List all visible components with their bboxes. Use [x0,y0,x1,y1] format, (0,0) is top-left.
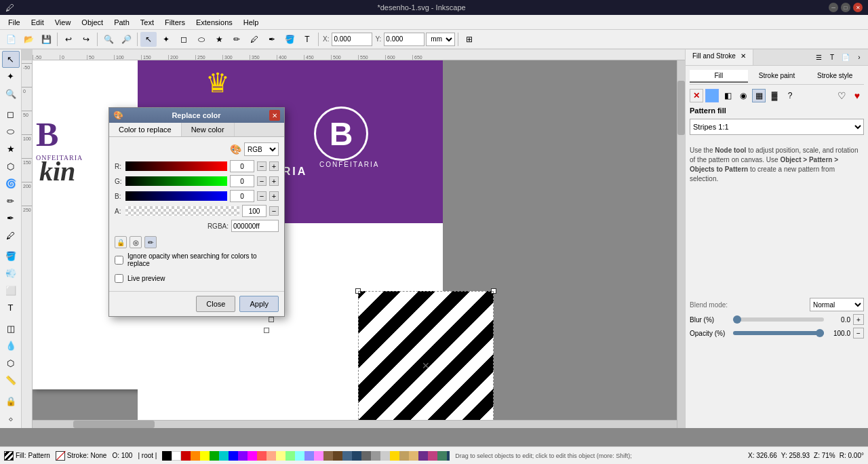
pal-teal[interactable] [437,451,447,461]
channel-a-value[interactable] [242,205,267,217]
undo-btn[interactable]: ↩ [60,32,77,47]
menu-path[interactable]: Path [108,17,135,28]
panel-list-btn[interactable]: ☰ [812,52,825,64]
panel-expand-btn[interactable]: T [826,52,838,64]
live-preview-checkbox[interactable] [115,274,123,283]
pal-orange[interactable] [191,451,200,461]
dialog-close-icon-btn[interactable]: ✕ [269,110,280,121]
channel-b-value[interactable] [230,190,254,202]
tool-pencil[interactable]: ✒ [2,210,20,227]
maximize-button[interactable]: □ [841,3,850,12]
pal-darknavy[interactable] [352,451,361,461]
pen-btn[interactable]: ✏ [229,32,245,47]
blend-select[interactable]: Normal [810,298,864,311]
redo-btn[interactable]: ↪ [78,32,94,47]
tool-connector[interactable]: ⬡ [2,355,20,372]
ignore-opacity-checkbox[interactable] [115,256,123,265]
pal-tan[interactable] [399,451,409,461]
paint-pattern-icon[interactable]: ▦ [752,89,766,102]
save-btn[interactable]: 💾 [38,32,54,47]
tool-measure[interactable]: 📏 [2,372,20,389]
rect-btn[interactable]: ◻ [176,32,192,47]
blur-slider[interactable] [733,317,824,322]
menu-view[interactable]: View [50,17,77,28]
pal-white[interactable] [172,451,181,461]
tool-callig[interactable]: 🖊 [2,227,20,244]
pal-navy[interactable] [342,451,352,461]
pal-yellow[interactable] [200,451,210,461]
text-btn[interactable]: T [299,32,315,47]
y-input[interactable] [384,33,425,46]
new-btn[interactable]: 📄 [3,32,19,47]
tool-pen[interactable]: ✏ [2,193,20,210]
tool-3d-box[interactable]: ⬡ [2,158,20,175]
select-btn[interactable]: ↖ [140,32,157,47]
menu-help[interactable]: Help [238,17,264,28]
channel-g-minus[interactable]: − [257,176,267,186]
node-btn[interactable]: ✦ [158,32,174,47]
channel-a-minus[interactable]: − [269,206,279,216]
unit-select[interactable]: mmpxcm [426,33,455,46]
paint-radial-icon[interactable]: ◉ [736,89,750,102]
pal-salmon[interactable] [257,451,267,461]
paint-linear-icon[interactable]: ◧ [721,89,734,102]
close-button[interactable]: Close [196,296,235,312]
scrollbar-h[interactable] [33,420,677,428]
tool-rect[interactable]: ◻ [2,106,20,123]
pal-peach[interactable] [267,451,276,461]
tab-stroke-paint[interactable]: Stroke paint [748,70,806,83]
pal-darkbrown[interactable] [333,451,342,461]
pal-rose[interactable] [428,451,437,461]
open-btn[interactable]: 📂 [20,32,37,47]
pal-cyan[interactable] [219,451,229,461]
pal-wheat[interactable] [409,451,418,461]
pal-slate[interactable] [447,451,450,461]
pal-magenta[interactable] [248,451,257,461]
menu-filters[interactable]: Filters [159,17,191,28]
tab-fill[interactable]: Fill [690,70,748,83]
pal-pink[interactable] [314,451,323,461]
apply-button[interactable]: Apply [239,296,279,312]
channel-b-plus[interactable]: + [269,191,279,201]
paint-swatch-icon[interactable]: ▓ [768,89,781,102]
close-panel-btn[interactable]: ✕ [741,52,746,60]
menu-file[interactable]: File [3,17,26,28]
color-model-select[interactable]: RGBHSLCMYK [244,142,279,156]
callig-btn[interactable]: ✒ [264,32,280,47]
paint-heart-fill-icon[interactable]: ♥ [850,89,864,102]
fill-btn[interactable]: 🪣 [281,32,298,47]
tool-select[interactable]: ↖ [2,51,20,68]
tool-gradient[interactable]: ◫ [2,320,20,337]
blur-add-btn[interactable]: + [853,314,864,325]
tool-fill[interactable]: 🪣 [2,248,20,265]
pal-violet[interactable] [418,451,428,461]
pal-green[interactable] [210,451,219,461]
tab-stroke-style[interactable]: Stroke style [806,70,864,83]
opacity-slider[interactable] [733,331,824,335]
tab-new-color[interactable]: New color [182,123,235,136]
pal-blue[interactable] [229,451,238,461]
pal-red[interactable] [181,451,191,461]
rgba-input[interactable] [231,220,279,232]
menu-text[interactable]: Text [135,17,159,28]
opacity-add-btn[interactable]: − [853,328,864,339]
paint-unset-icon[interactable]: ? [783,89,797,102]
scrollbar-thumb-v[interactable] [677,81,685,135]
channel-b-minus[interactable]: − [257,191,267,201]
channel-r-minus[interactable]: − [257,161,267,171]
channel-g-value[interactable] [230,175,254,187]
tool-zoom[interactable]: 🔍 [2,85,20,102]
minimize-button[interactable]: ─ [829,3,838,12]
tool-ellipse[interactable]: ⬭ [2,123,20,140]
paint-flat-icon[interactable] [705,89,719,102]
color-picker-btn[interactable]: ◎ [130,236,142,248]
snap-btn[interactable]: ⊞ [461,32,477,47]
ellipse-btn[interactable]: ⬭ [193,32,210,47]
tool-eraser[interactable]: ⬜ [2,282,20,299]
channel-r-plus[interactable]: + [269,161,279,171]
pal-lightcyan[interactable] [295,451,304,461]
pal-brown[interactable] [323,451,333,461]
tool-star[interactable]: ★ [2,140,20,157]
pal-purple[interactable] [238,451,248,461]
tab-color-to-replace[interactable]: Color to replace [109,123,182,136]
